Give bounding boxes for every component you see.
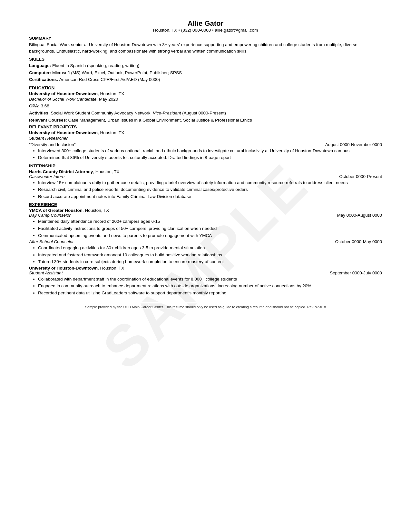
uhd-bullet-3: Recorded pertinent data utilizing GradLe… bbox=[38, 290, 382, 296]
internship-bullets: Interview 15+ complainants daily to gath… bbox=[38, 180, 382, 200]
uhd-bullets: Collaborated with department staff in th… bbox=[38, 276, 382, 296]
uhd-date: September 0000-July 0000 bbox=[330, 271, 382, 275]
education-activities: Activities: Social Work Student Communit… bbox=[29, 110, 382, 116]
education-gpa: GPA: 3.68 bbox=[29, 103, 382, 109]
ymca-header: YMCA of Greater Houston, Houston, TX bbox=[29, 208, 382, 213]
projects-section: RELEVANT PROJECTS University of Houston-… bbox=[29, 124, 382, 161]
uhd-header: University of Houston-Downtown, Houston,… bbox=[29, 266, 382, 271]
ymca-bullet-1: Maintained daily attendance record of 20… bbox=[38, 218, 382, 225]
internship-bullet-3: Record accurate appointment notes into F… bbox=[38, 193, 382, 200]
summary-title: SUMMARY bbox=[29, 36, 382, 41]
skills-computer: Computer: Microsoft (MS) Word, Excel, Ou… bbox=[29, 70, 382, 76]
ymca-bullet-2: Facilitated activity instructions to gro… bbox=[38, 225, 382, 232]
summary-section: SUMMARY Bilingual Social Work senior at … bbox=[29, 36, 382, 54]
ymca-bullets-1: Maintained daily attendance record of 20… bbox=[38, 218, 382, 239]
projects-bullets: Interviewed 300+ college students of var… bbox=[38, 148, 382, 161]
afterschool-bullet-1: Coordinated engaging activities for 30+ … bbox=[38, 245, 382, 251]
projects-date: August 0000-November 0000 bbox=[325, 142, 382, 147]
afterschool-bullets: Coordinated engaging activities for 30+ … bbox=[38, 245, 382, 265]
candidate-name: Allie Gator bbox=[29, 19, 382, 28]
uhd-role: Student Assistant bbox=[29, 271, 63, 275]
internship-bullet-1: Interview 15+ complainants daily to gath… bbox=[38, 180, 382, 186]
projects-header: University of Houston-Downtown, Houston,… bbox=[29, 130, 382, 135]
summary-text: Bilingual Social Work senior at Universi… bbox=[29, 42, 382, 54]
uhd-bullet-2: Engaged in community outreach to enhance… bbox=[38, 283, 382, 289]
contact-info: Houston, TX • (832) 000-0000 • allie.gat… bbox=[29, 28, 382, 33]
footer: Sample provided by the UHD Main Career C… bbox=[29, 303, 382, 309]
skills-certifications: Certifications: American Red Cross CPR/F… bbox=[29, 76, 382, 83]
education-title: EDUCATION bbox=[29, 85, 382, 90]
afterschool-date: October 0000-May 0000 bbox=[335, 239, 382, 244]
uhd-role-date: Student Assistant September 0000-July 00… bbox=[29, 271, 382, 275]
afterschool-role-date: After School Counselor October 0000-May … bbox=[29, 239, 382, 244]
experience-title: EXPERIENCE bbox=[29, 202, 382, 207]
internship-date: October 0000-Present bbox=[339, 174, 382, 179]
resume-header: Allie Gator Houston, TX • (832) 000-0000… bbox=[29, 19, 382, 33]
internship-role: Caseworker Intern bbox=[29, 174, 64, 179]
projects-role: Student Researcher bbox=[29, 135, 382, 142]
education-section: EDUCATION University of Houston-Downtown… bbox=[29, 85, 382, 123]
ymca-employer: YMCA of Greater Houston, Houston, TX bbox=[29, 208, 109, 213]
internship-employer: Harris County District Attorney, Houston… bbox=[29, 169, 120, 174]
internship-bullet-2: Research civil, criminal and police repo… bbox=[38, 186, 382, 193]
skills-title: SKILLS bbox=[29, 57, 382, 62]
education-header: University of Houston-Downtown, Houston,… bbox=[29, 91, 382, 96]
internship-role-date: Caseworker Intern October 0000-Present bbox=[29, 174, 382, 179]
internship-title: INTERNSHIP bbox=[29, 163, 382, 168]
uhd-bullet-1: Collaborated with department staff in th… bbox=[38, 276, 382, 282]
ymca-bullet-3: Communicated upcoming events and news to… bbox=[38, 232, 382, 239]
project-name: "Diversity and Inclusion" bbox=[29, 142, 76, 147]
skills-language: Language: Fluent in Spanish (speaking, r… bbox=[29, 63, 382, 69]
afterschool-bullet-2: Integrated and fostered teamwork amongst… bbox=[38, 252, 382, 258]
internship-header: Harris County District Attorney, Houston… bbox=[29, 169, 382, 174]
ymca-date-1: May 0000-August 0000 bbox=[337, 213, 382, 218]
internship-section: INTERNSHIP Harris County District Attorn… bbox=[29, 163, 382, 200]
experience-section: EXPERIENCE YMCA of Greater Houston, Hous… bbox=[29, 202, 382, 296]
footer-text: Sample provided by the UHD Main Career C… bbox=[85, 305, 326, 309]
ymca-role-date: Day Camp Counselor May 0000-August 0000 bbox=[29, 213, 382, 218]
skills-section: SKILLS Language: Fluent in Spanish (spea… bbox=[29, 57, 382, 83]
afterschool-role: After School Counselor bbox=[29, 239, 74, 244]
project-bullet-2: Determined that 86% of University studen… bbox=[38, 154, 382, 161]
ymca-role-1: Day Camp Counselor bbox=[29, 213, 71, 218]
education-courses: Relevant Courses: Case Management, Urban… bbox=[29, 117, 382, 123]
uhd-employer: University of Houston-Downtown, Houston,… bbox=[29, 266, 124, 271]
afterschool-bullet-3: Tutored 30+ students in core subjects du… bbox=[38, 259, 382, 265]
projects-school: University of Houston-Downtown, Houston,… bbox=[29, 130, 124, 135]
education-school: University of Houston-Downtown, Houston,… bbox=[29, 91, 124, 96]
projects-title: RELEVANT PROJECTS bbox=[29, 124, 382, 129]
education-degree: Bachelor of Social Work Candidate, May 2… bbox=[29, 96, 382, 103]
projects-name-date: "Diversity and Inclusion" August 0000-No… bbox=[29, 142, 382, 147]
project-bullet-1: Interviewed 300+ college students of var… bbox=[38, 148, 382, 154]
